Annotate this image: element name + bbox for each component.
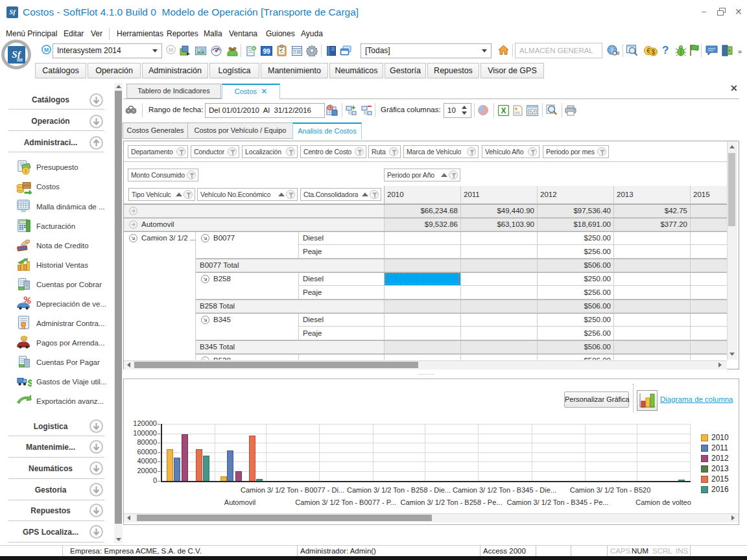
svg-text:99: 99 (263, 48, 270, 55)
svg-text:M: M (169, 47, 173, 53)
svg-text:Sf: Sf (9, 8, 16, 16)
svg-text:$: $ (28, 378, 32, 388)
svg-text:1: 1 (25, 168, 27, 174)
svg-text:X: X (501, 106, 506, 115)
svg-text:TxT: TxT (529, 110, 536, 114)
svg-text:$: $ (652, 49, 656, 56)
svg-text:M: M (44, 47, 49, 53)
svg-text:Sf: Sf (12, 49, 21, 60)
